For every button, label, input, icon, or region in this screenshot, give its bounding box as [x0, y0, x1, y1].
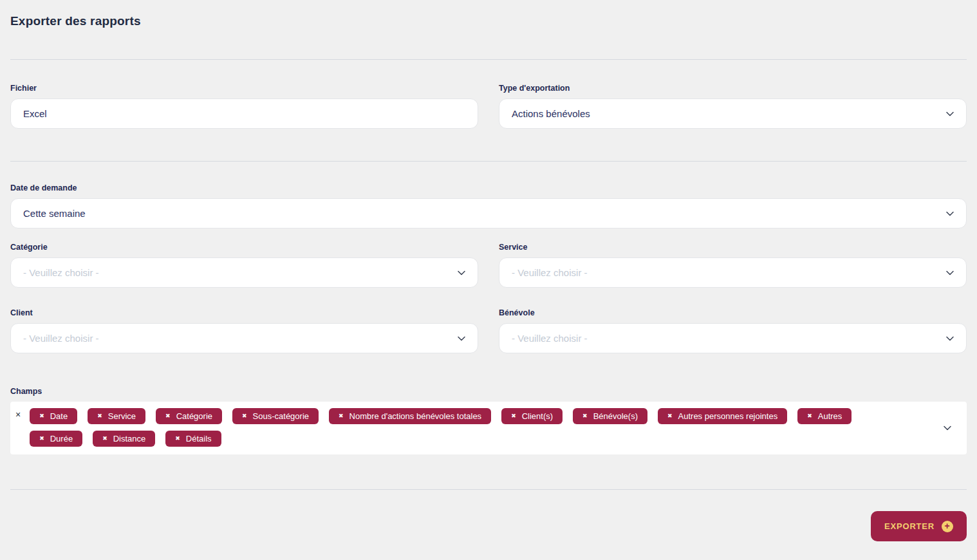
field-type-exportation: Type d'exportation Actions bénévoles — [499, 84, 967, 129]
remove-tag-icon[interactable]: ✖ — [242, 413, 247, 419]
fichier-label: Fichier — [10, 84, 478, 93]
tag-label: Autres — [818, 412, 842, 420]
divider — [10, 59, 967, 60]
field-tag[interactable]: ✖ Bénévole(s) — [573, 408, 647, 424]
benevole-select[interactable]: - Veuillez choisir - — [499, 323, 967, 353]
tag-label: Catégorie — [176, 412, 212, 420]
fichier-input[interactable] — [10, 98, 478, 129]
field-date-demande: Date de demande Cette semaine — [10, 183, 967, 229]
tag-label: Bénévole(s) — [593, 412, 638, 420]
date-demande-value: Cette semaine — [23, 208, 86, 219]
field-tag[interactable]: ✖ Nombre d'actions bénévoles totales — [329, 408, 491, 424]
field-tag[interactable]: ✖ Autres personnes rejointes — [658, 408, 787, 424]
type-exportation-value: Actions bénévoles — [512, 108, 590, 119]
chevron-down-icon — [456, 268, 467, 278]
field-service: Service - Veuillez choisir - — [499, 243, 967, 288]
champs-multiselect[interactable]: × ✖ Date ✖ Service ✖ Catégorie ✖ Sous-ca… — [10, 402, 967, 454]
chevron-down-icon[interactable] — [942, 423, 953, 433]
tag-label: Nombre d'actions bénévoles totales — [349, 412, 482, 420]
tag-label: Client(s) — [522, 412, 553, 420]
field-tag[interactable]: ✖ Détails — [165, 431, 221, 447]
remove-tag-icon[interactable]: ✖ — [97, 413, 102, 419]
categorie-select[interactable]: - Veuillez choisir - — [10, 257, 478, 288]
export-button[interactable]: EXPORTER + — [871, 511, 967, 541]
chevron-down-icon — [456, 333, 467, 344]
service-label: Service — [499, 243, 967, 252]
tag-label: Date — [50, 412, 68, 420]
tag-label: Durée — [50, 434, 73, 443]
remove-tag-icon[interactable]: ✖ — [165, 413, 171, 419]
remove-tag-icon[interactable]: ✖ — [39, 413, 44, 419]
chevron-down-icon — [945, 109, 955, 119]
benevole-label: Bénévole — [499, 308, 967, 317]
remove-tag-icon[interactable]: ✖ — [102, 436, 107, 442]
remove-tag-icon[interactable]: ✖ — [807, 413, 812, 419]
field-benevole: Bénévole - Veuillez choisir - — [499, 308, 967, 353]
field-tag[interactable]: ✖ Autres — [797, 408, 851, 424]
clear-all-icon[interactable]: × — [14, 408, 23, 419]
date-demande-select[interactable]: Cette semaine — [10, 198, 967, 229]
service-placeholder: - Veuillez choisir - — [512, 267, 588, 278]
remove-tag-icon[interactable]: ✖ — [339, 413, 344, 419]
field-tag[interactable]: ✖ Catégorie — [156, 408, 222, 424]
field-tag[interactable]: ✖ Durée — [30, 431, 82, 447]
remove-tag-icon[interactable]: ✖ — [582, 413, 588, 419]
tag-label: Détails — [186, 434, 212, 443]
tag-label: Autres personnes rejointes — [678, 412, 778, 420]
chevron-down-icon — [945, 268, 955, 278]
remove-tag-icon[interactable]: ✖ — [39, 436, 44, 442]
plus-icon: + — [942, 521, 953, 532]
client-label: Client — [10, 308, 478, 317]
field-fichier: Fichier — [10, 84, 478, 129]
divider — [10, 161, 967, 162]
categorie-placeholder: - Veuillez choisir - — [23, 267, 99, 278]
tags-container: ✖ Date ✖ Service ✖ Catégorie ✖ Sous-caté… — [23, 408, 896, 447]
remove-tag-icon[interactable]: ✖ — [667, 413, 673, 419]
categorie-label: Catégorie — [10, 243, 478, 252]
divider — [10, 489, 967, 490]
remove-tag-icon[interactable]: ✖ — [175, 436, 180, 442]
tag-label: Service — [108, 412, 136, 420]
benevole-placeholder: - Veuillez choisir - — [512, 333, 588, 344]
service-select[interactable]: - Veuillez choisir - — [499, 257, 967, 288]
export-reports-page: Exporter des rapports Fichier Type d'exp… — [0, 0, 977, 560]
export-button-label: EXPORTER — [884, 521, 935, 531]
field-tag[interactable]: ✖ Date — [30, 408, 77, 424]
page-title: Exporter des rapports — [10, 14, 967, 28]
field-client: Client - Veuillez choisir - — [10, 308, 478, 353]
field-categorie: Catégorie - Veuillez choisir - — [10, 243, 478, 288]
client-placeholder: - Veuillez choisir - — [23, 333, 99, 344]
field-tag[interactable]: ✖ Distance — [93, 431, 155, 447]
field-tag[interactable]: ✖ Client(s) — [501, 408, 563, 424]
remove-tag-icon[interactable]: ✖ — [511, 413, 516, 419]
tag-label: Sous-catégorie — [253, 412, 309, 420]
chevron-down-icon — [945, 333, 955, 344]
field-tag[interactable]: ✖ Service — [88, 408, 145, 424]
type-exportation-label: Type d'exportation — [499, 84, 967, 93]
field-tag[interactable]: ✖ Sous-catégorie — [232, 408, 319, 424]
client-select[interactable]: - Veuillez choisir - — [10, 323, 478, 353]
chevron-down-icon — [945, 209, 955, 219]
tag-label: Distance — [113, 434, 146, 443]
champs-label: Champs — [10, 387, 967, 396]
type-exportation-select[interactable]: Actions bénévoles — [499, 98, 967, 129]
date-demande-label: Date de demande — [10, 183, 967, 192]
